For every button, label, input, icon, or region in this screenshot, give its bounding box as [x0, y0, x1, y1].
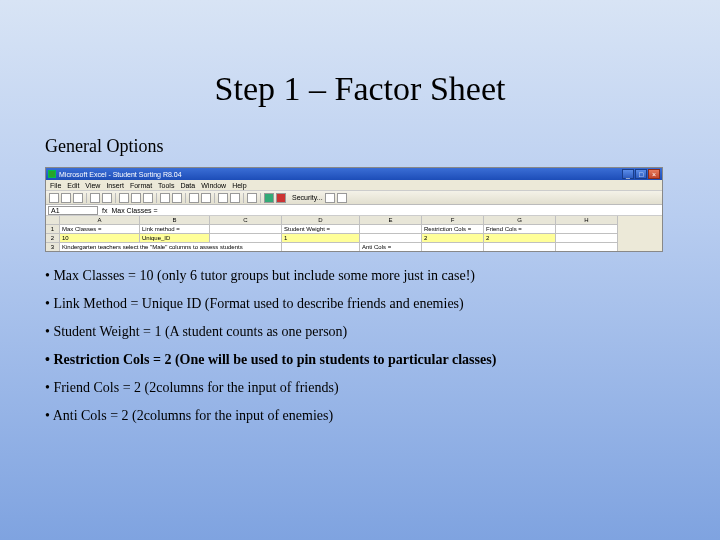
bullet-item: Friend Cols = 2 (2columns for the input … — [45, 380, 720, 396]
bullet-item: Restriction Cols = 2 (One will be used t… — [45, 352, 720, 368]
cell: Student Weight = — [282, 225, 360, 234]
sort-icon — [189, 193, 199, 203]
bullet-item: Student Weight = 1 (A student counts as … — [45, 324, 720, 340]
col-header: D — [282, 216, 360, 225]
col-header: H — [556, 216, 618, 225]
col-header: G — [484, 216, 556, 225]
bullet-item: Link Method = Unique ID (Format used to … — [45, 296, 720, 312]
cell — [360, 234, 422, 243]
row-header: 1 — [46, 225, 60, 234]
cell — [556, 234, 618, 243]
col-header: A — [60, 216, 140, 225]
new-icon — [49, 193, 59, 203]
excel-title-text: Microsoft Excel - Student Sorting R8.04 — [59, 171, 182, 178]
open-icon — [61, 193, 71, 203]
cell — [210, 234, 282, 243]
record-icon — [276, 193, 286, 203]
slide-subtitle: General Options — [45, 136, 720, 157]
bullet-item: Max Classes = 10 (only 6 tutor groups bu… — [45, 268, 720, 284]
menu-item: Window — [201, 182, 226, 189]
cell: 10 — [60, 234, 140, 243]
menu-item: Data — [180, 182, 195, 189]
macro-icon — [325, 193, 335, 203]
cell-reference: A1 — [48, 206, 98, 215]
chart-icon — [201, 193, 211, 203]
maximize-icon: □ — [635, 169, 647, 179]
zoom-icon — [230, 193, 240, 203]
sum-icon — [218, 193, 228, 203]
cell — [556, 225, 618, 234]
slide-title: Step 1 – Factor Sheet — [0, 70, 720, 108]
bullet-list: Max Classes = 10 (only 6 tutor groups bu… — [45, 268, 720, 424]
menu-item: Help — [232, 182, 246, 189]
paste-icon — [143, 193, 153, 203]
formula-value: Max Classes = — [111, 207, 157, 214]
cell: Restriction Cols = — [422, 225, 484, 234]
play-icon — [264, 193, 274, 203]
vba-icon — [337, 193, 347, 203]
menu-item: Tools — [158, 182, 174, 189]
col-header: F — [422, 216, 484, 225]
cell: 2 — [422, 234, 484, 243]
cell — [556, 243, 618, 252]
menu-item: Insert — [106, 182, 124, 189]
fx-label: fx — [102, 207, 107, 214]
cell — [282, 243, 360, 252]
cell — [360, 225, 422, 234]
excel-icon — [48, 170, 56, 178]
col-header: C — [210, 216, 282, 225]
excel-screenshot: Microsoft Excel - Student Sorting R8.04 … — [45, 167, 663, 252]
col-header: B — [140, 216, 210, 225]
cell — [422, 243, 484, 252]
help-icon — [247, 193, 257, 203]
cell: Anti Cols = — [360, 243, 422, 252]
bullet-item: Anti Cols = 2 (2columns for the input of… — [45, 408, 720, 424]
save-icon — [73, 193, 83, 203]
cell: Kindergarten teachers select the "Male" … — [60, 243, 282, 252]
copy-icon — [131, 193, 141, 203]
excel-toolbar: Security... — [46, 191, 662, 205]
minimize-icon: _ — [622, 169, 634, 179]
cell: 2 — [484, 234, 556, 243]
cell: Max Classes = — [60, 225, 140, 234]
formula-bar: A1 fx Max Classes = — [46, 205, 662, 216]
row-header: 2 — [46, 234, 60, 243]
menu-item: Format — [130, 182, 152, 189]
col-header: E — [360, 216, 422, 225]
cell — [484, 243, 556, 252]
cell: 1 — [282, 234, 360, 243]
excel-menubar: File Edit View Insert Format Tools Data … — [46, 180, 662, 191]
cell: Unique_ID — [140, 234, 210, 243]
print-icon — [90, 193, 100, 203]
close-icon: × — [648, 169, 660, 179]
excel-titlebar: Microsoft Excel - Student Sorting R8.04 … — [46, 168, 662, 180]
menu-item: File — [50, 182, 61, 189]
cell: Link method = — [140, 225, 210, 234]
row-header: 3 — [46, 243, 60, 252]
spreadsheet-grid: A B C D E F G H 1 Max Classes = Link met… — [46, 216, 662, 252]
menu-item: Edit — [67, 182, 79, 189]
corner-cell — [46, 216, 60, 225]
menu-item: View — [85, 182, 100, 189]
preview-icon — [102, 193, 112, 203]
cell: Friend Cols = — [484, 225, 556, 234]
undo-icon — [160, 193, 170, 203]
redo-icon — [172, 193, 182, 203]
window-controls: _ □ × — [622, 169, 660, 179]
cut-icon — [119, 193, 129, 203]
cell — [210, 225, 282, 234]
security-label: Security... — [292, 194, 323, 201]
